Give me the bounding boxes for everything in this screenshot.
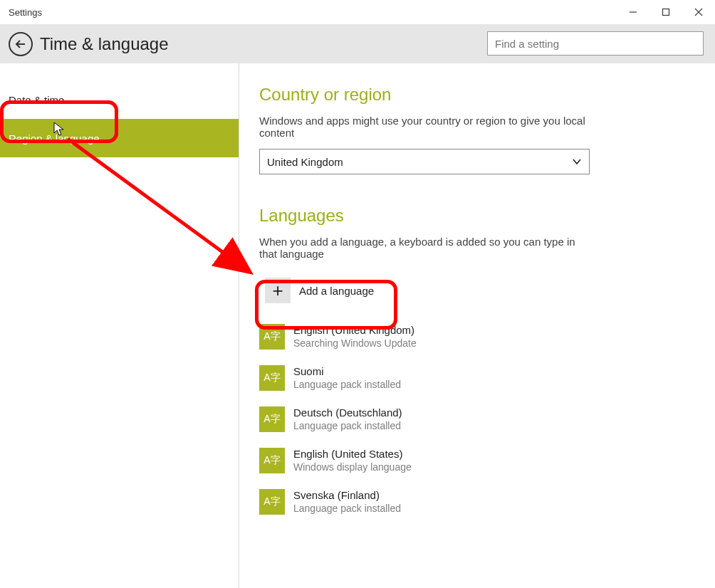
content: Date & time Region & language Country or… (0, 63, 715, 588)
language-name: Deutsch (Deutschland) (293, 406, 402, 419)
section-languages-desc: When you add a language, a keyboard is a… (259, 236, 587, 260)
titlebar: Settings (0, 0, 715, 24)
search-input[interactable] (487, 31, 704, 56)
language-text: Deutsch (Deutschland)Language pack insta… (293, 406, 402, 431)
language-status: Searching Windows Update (293, 337, 417, 349)
language-name: Suomi (293, 365, 401, 377)
section-region-desc: Windows and apps might use your country … (259, 115, 587, 139)
language-tile-icon: A字 (259, 489, 285, 515)
language-tile-icon: A字 (259, 406, 285, 432)
add-language-button[interactable]: + Add a language (259, 270, 390, 311)
language-text: SuomiLanguage pack installed (293, 365, 401, 390)
language-list: A字English (United Kingdom)Searching Wind… (259, 324, 695, 515)
language-item[interactable]: A字English (United States)Windows display… (259, 448, 695, 473)
language-item[interactable]: A字English (United Kingdom)Searching Wind… (259, 324, 695, 350)
language-tile-icon: A字 (259, 365, 285, 391)
close-icon (694, 7, 704, 17)
chevron-down-icon (572, 157, 582, 167)
language-name: English (United States) (293, 448, 412, 460)
svg-rect-1 (663, 9, 669, 16)
country-dropdown[interactable]: United Kingdom (259, 149, 590, 174)
language-name: English (United Kingdom) (293, 324, 417, 336)
main: Country or region Windows and apps might… (239, 63, 715, 588)
language-status: Windows display language (293, 461, 412, 473)
section-region-title: Country or region (259, 85, 695, 105)
language-tile-icon: A字 (259, 448, 285, 473)
sidebar-item-label: Date & time (9, 94, 64, 106)
window-controls (617, 0, 715, 24)
window-title: Settings (9, 7, 42, 18)
header: Time & language (0, 24, 715, 63)
sidebar-item-region-language[interactable]: Region & language (0, 119, 239, 157)
add-language-label: Add a language (299, 285, 374, 297)
maximize-button[interactable] (649, 0, 682, 24)
maximize-icon (662, 8, 670, 16)
language-status: Language pack installed (293, 379, 401, 390)
close-button[interactable] (682, 0, 715, 24)
language-text: English (United Kingdom)Searching Window… (293, 324, 417, 349)
language-item[interactable]: A字Svenska (Finland)Language pack install… (259, 489, 695, 515)
language-item[interactable]: A字Deutsch (Deutschland)Language pack ins… (259, 406, 695, 432)
back-button[interactable] (9, 32, 33, 56)
sidebar-item-date-time[interactable]: Date & time (0, 80, 239, 119)
page-title: Time & language (40, 34, 169, 54)
language-item[interactable]: A字SuomiLanguage pack installed (259, 365, 695, 391)
minimize-button[interactable] (617, 0, 649, 24)
language-text: Svenska (Finland)Language pack installed (293, 489, 401, 514)
language-name: Svenska (Finland) (293, 489, 401, 501)
language-status: Language pack installed (293, 503, 401, 514)
language-status: Language pack installed (293, 420, 402, 431)
minimize-icon (629, 8, 637, 16)
sidebar: Date & time Region & language (0, 63, 239, 588)
plus-icon: + (265, 278, 291, 303)
arrow-left-icon (14, 38, 27, 51)
country-selected: United Kingdom (267, 156, 343, 168)
section-languages-title: Languages (259, 206, 695, 226)
sidebar-item-label: Region & language (9, 132, 100, 145)
language-text: English (United States)Windows display l… (293, 448, 412, 473)
language-tile-icon: A字 (259, 324, 285, 350)
